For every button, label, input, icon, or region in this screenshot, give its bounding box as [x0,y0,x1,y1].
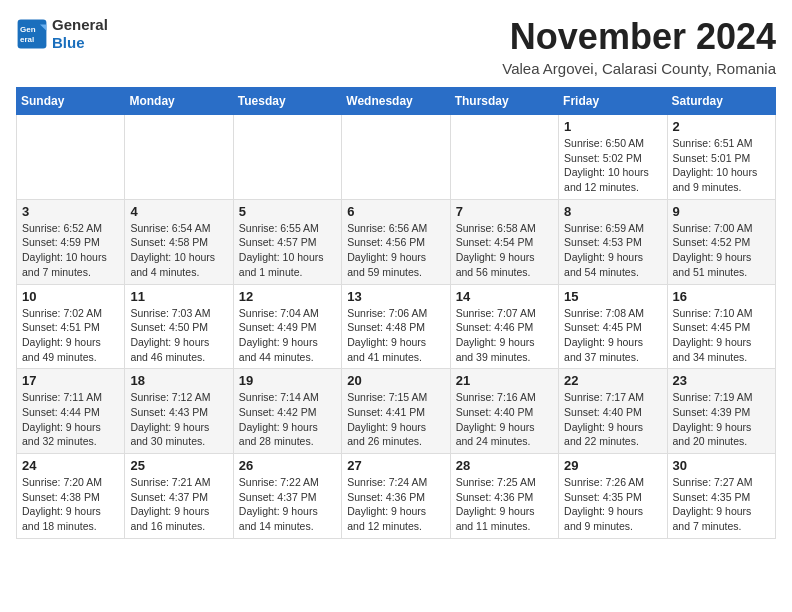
day-info: Sunrise: 7:20 AM Sunset: 4:38 PM Dayligh… [22,475,119,534]
calendar-cell: 2Sunrise: 6:51 AM Sunset: 5:01 PM Daylig… [667,115,775,200]
day-info: Sunrise: 7:15 AM Sunset: 4:41 PM Dayligh… [347,390,444,449]
day-info: Sunrise: 7:27 AM Sunset: 4:35 PM Dayligh… [673,475,770,534]
logo-icon: Gen eral [16,18,48,50]
day-number: 27 [347,458,444,473]
day-number: 1 [564,119,661,134]
day-info: Sunrise: 7:25 AM Sunset: 4:36 PM Dayligh… [456,475,553,534]
day-number: 9 [673,204,770,219]
day-info: Sunrise: 6:56 AM Sunset: 4:56 PM Dayligh… [347,221,444,280]
day-info: Sunrise: 7:03 AM Sunset: 4:50 PM Dayligh… [130,306,227,365]
logo-blue-text: Blue [52,34,108,52]
day-number: 3 [22,204,119,219]
calendar-cell: 22Sunrise: 7:17 AM Sunset: 4:40 PM Dayli… [559,369,667,454]
day-number: 25 [130,458,227,473]
day-info: Sunrise: 7:17 AM Sunset: 4:40 PM Dayligh… [564,390,661,449]
day-number: 13 [347,289,444,304]
subtitle: Valea Argovei, Calarasi County, Romania [502,60,776,77]
calendar-cell: 26Sunrise: 7:22 AM Sunset: 4:37 PM Dayli… [233,454,341,539]
day-number: 16 [673,289,770,304]
day-number: 15 [564,289,661,304]
calendar-table: SundayMondayTuesdayWednesdayThursdayFrid… [16,87,776,539]
calendar-cell: 24Sunrise: 7:20 AM Sunset: 4:38 PM Dayli… [17,454,125,539]
calendar-day-header: Sunday [17,88,125,115]
day-info: Sunrise: 7:10 AM Sunset: 4:45 PM Dayligh… [673,306,770,365]
day-info: Sunrise: 7:21 AM Sunset: 4:37 PM Dayligh… [130,475,227,534]
day-info: Sunrise: 6:50 AM Sunset: 5:02 PM Dayligh… [564,136,661,195]
calendar-cell: 6Sunrise: 6:56 AM Sunset: 4:56 PM Daylig… [342,199,450,284]
calendar-cell: 19Sunrise: 7:14 AM Sunset: 4:42 PM Dayli… [233,369,341,454]
day-info: Sunrise: 7:19 AM Sunset: 4:39 PM Dayligh… [673,390,770,449]
logo-general-text: General [52,16,108,34]
calendar-cell: 11Sunrise: 7:03 AM Sunset: 4:50 PM Dayli… [125,284,233,369]
calendar-cell: 7Sunrise: 6:58 AM Sunset: 4:54 PM Daylig… [450,199,558,284]
day-info: Sunrise: 7:14 AM Sunset: 4:42 PM Dayligh… [239,390,336,449]
header: Gen eral General Blue November 2024 Vale… [16,16,776,77]
calendar-cell: 16Sunrise: 7:10 AM Sunset: 4:45 PM Dayli… [667,284,775,369]
calendar-cell: 13Sunrise: 7:06 AM Sunset: 4:48 PM Dayli… [342,284,450,369]
day-number: 4 [130,204,227,219]
day-info: Sunrise: 6:59 AM Sunset: 4:53 PM Dayligh… [564,221,661,280]
day-number: 19 [239,373,336,388]
month-title: November 2024 [502,16,776,58]
calendar-cell: 23Sunrise: 7:19 AM Sunset: 4:39 PM Dayli… [667,369,775,454]
calendar-cell: 8Sunrise: 6:59 AM Sunset: 4:53 PM Daylig… [559,199,667,284]
calendar-cell: 5Sunrise: 6:55 AM Sunset: 4:57 PM Daylig… [233,199,341,284]
calendar-cell: 4Sunrise: 6:54 AM Sunset: 4:58 PM Daylig… [125,199,233,284]
day-number: 28 [456,458,553,473]
calendar-cell: 28Sunrise: 7:25 AM Sunset: 4:36 PM Dayli… [450,454,558,539]
day-number: 10 [22,289,119,304]
logo: Gen eral General Blue [16,16,108,52]
day-info: Sunrise: 6:52 AM Sunset: 4:59 PM Dayligh… [22,221,119,280]
day-info: Sunrise: 6:51 AM Sunset: 5:01 PM Dayligh… [673,136,770,195]
calendar-week-row: 24Sunrise: 7:20 AM Sunset: 4:38 PM Dayli… [17,454,776,539]
calendar-day-header: Saturday [667,88,775,115]
day-number: 5 [239,204,336,219]
day-info: Sunrise: 7:04 AM Sunset: 4:49 PM Dayligh… [239,306,336,365]
day-number: 30 [673,458,770,473]
day-info: Sunrise: 7:08 AM Sunset: 4:45 PM Dayligh… [564,306,661,365]
day-number: 24 [22,458,119,473]
day-info: Sunrise: 7:16 AM Sunset: 4:40 PM Dayligh… [456,390,553,449]
day-number: 23 [673,373,770,388]
calendar-cell: 21Sunrise: 7:16 AM Sunset: 4:40 PM Dayli… [450,369,558,454]
day-number: 29 [564,458,661,473]
calendar-cell: 25Sunrise: 7:21 AM Sunset: 4:37 PM Dayli… [125,454,233,539]
calendar-cell: 12Sunrise: 7:04 AM Sunset: 4:49 PM Dayli… [233,284,341,369]
calendar-cell: 27Sunrise: 7:24 AM Sunset: 4:36 PM Dayli… [342,454,450,539]
day-number: 6 [347,204,444,219]
day-info: Sunrise: 7:24 AM Sunset: 4:36 PM Dayligh… [347,475,444,534]
calendar-cell [342,115,450,200]
calendar-day-header: Monday [125,88,233,115]
day-number: 18 [130,373,227,388]
day-info: Sunrise: 7:11 AM Sunset: 4:44 PM Dayligh… [22,390,119,449]
calendar-cell: 14Sunrise: 7:07 AM Sunset: 4:46 PM Dayli… [450,284,558,369]
calendar-week-row: 10Sunrise: 7:02 AM Sunset: 4:51 PM Dayli… [17,284,776,369]
calendar-cell [125,115,233,200]
day-number: 2 [673,119,770,134]
day-number: 12 [239,289,336,304]
day-number: 8 [564,204,661,219]
calendar-week-row: 1Sunrise: 6:50 AM Sunset: 5:02 PM Daylig… [17,115,776,200]
day-info: Sunrise: 7:07 AM Sunset: 4:46 PM Dayligh… [456,306,553,365]
calendar-cell: 15Sunrise: 7:08 AM Sunset: 4:45 PM Dayli… [559,284,667,369]
calendar-week-row: 3Sunrise: 6:52 AM Sunset: 4:59 PM Daylig… [17,199,776,284]
day-number: 11 [130,289,227,304]
calendar-cell: 20Sunrise: 7:15 AM Sunset: 4:41 PM Dayli… [342,369,450,454]
calendar-cell: 3Sunrise: 6:52 AM Sunset: 4:59 PM Daylig… [17,199,125,284]
day-number: 22 [564,373,661,388]
calendar-cell: 18Sunrise: 7:12 AM Sunset: 4:43 PM Dayli… [125,369,233,454]
day-number: 21 [456,373,553,388]
svg-text:Gen: Gen [20,25,36,34]
calendar-cell: 30Sunrise: 7:27 AM Sunset: 4:35 PM Dayli… [667,454,775,539]
day-number: 7 [456,204,553,219]
day-info: Sunrise: 7:06 AM Sunset: 4:48 PM Dayligh… [347,306,444,365]
day-info: Sunrise: 6:58 AM Sunset: 4:54 PM Dayligh… [456,221,553,280]
calendar-cell [450,115,558,200]
day-number: 26 [239,458,336,473]
calendar-day-header: Wednesday [342,88,450,115]
day-info: Sunrise: 7:02 AM Sunset: 4:51 PM Dayligh… [22,306,119,365]
calendar-cell: 17Sunrise: 7:11 AM Sunset: 4:44 PM Dayli… [17,369,125,454]
day-info: Sunrise: 6:55 AM Sunset: 4:57 PM Dayligh… [239,221,336,280]
calendar-header-row: SundayMondayTuesdayWednesdayThursdayFrid… [17,88,776,115]
svg-text:eral: eral [20,35,34,44]
